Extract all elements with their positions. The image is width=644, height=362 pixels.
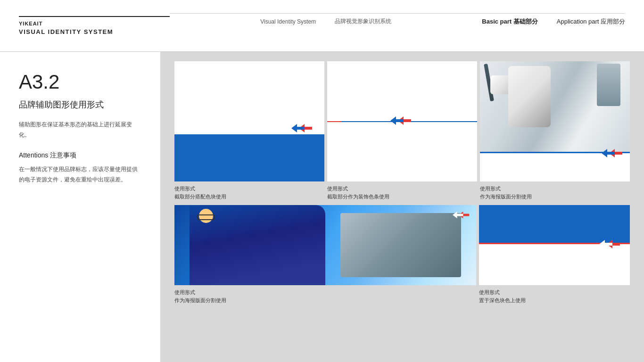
gallery-cell-3 [480, 61, 630, 181]
caption-desc-2: 截取部分作为装饰色条使用 [327, 193, 477, 200]
gallery-row2: 使用形式 作为海报版面分割使用 [174, 205, 630, 306]
brand-mark-1 [291, 122, 315, 134]
gallery-cell-2 [327, 61, 477, 181]
caption-desc-5: 置于深色块色上使用 [479, 297, 630, 304]
caption-5: 使用形式 置于深色块色上使用 [479, 285, 630, 306]
svg-marker-3 [390, 116, 404, 125]
attentions-desc: 在一般情况下使用品牌标志，应该尽量使用提供的电子资源文件，避免在重绘中出现误差。 [19, 165, 141, 185]
gallery-item-1: 使用形式 截取部分搭配色块使用 [174, 61, 324, 202]
caption-2: 使用形式 截取部分作为装饰色条使用 [327, 181, 477, 202]
red-line-2 [327, 121, 341, 122]
logo-line1: YIKEAIT [19, 21, 170, 26]
caption-title-1: 使用形式 [174, 185, 324, 192]
nav-center: Visual Identity System 品牌视觉形象识别系统 [170, 13, 482, 25]
brand-mark-2 [390, 115, 414, 129]
logo-area: YIKEAIT VISUAL IDENTITY SYSTEM [19, 16, 170, 35]
gallery-cell-1 [174, 61, 324, 181]
section-desc: 辅助图形在保证基本形态的基础上进行延展变化。 [19, 120, 141, 140]
gallery-item-5: 使用形式 置于深色块色上使用 [479, 205, 630, 306]
brand-mark-5 [599, 238, 623, 252]
gallery-item-4: 使用形式 作为海报版面分割使用 [174, 205, 476, 306]
brand-mark-3 [602, 147, 625, 161]
caption-title-3: 使用形式 [480, 185, 630, 192]
robot-photo [480, 61, 630, 153]
caption-desc-1: 截取部分搭配色块使用 [174, 193, 324, 200]
item3-bottom [480, 153, 630, 181]
brand-mark-4 [453, 210, 471, 222]
gallery-item-3: 使用形式 作为海报版面分割使用 [480, 61, 630, 202]
item5-top [479, 205, 630, 243]
nav-basic[interactable]: Basic part 基础部分 [482, 17, 537, 26]
section-number: A3.2 [19, 71, 141, 93]
nav-application[interactable]: Application part 应用部分 [557, 17, 625, 26]
caption-title-4: 使用形式 [174, 289, 476, 296]
caption-title-2: 使用形式 [327, 185, 477, 192]
header: YIKEAIT VISUAL IDENTITY SYSTEM Visual Id… [0, 0, 644, 52]
nav-right: Basic part 基础部分 Application part 应用部分 [482, 13, 625, 26]
caption-1: 使用形式 截取部分搭配色块使用 [174, 181, 324, 202]
gallery-row1: 使用形式 截取部分搭配色块使用 [174, 61, 630, 202]
svg-marker-7 [453, 212, 463, 218]
nav-cn: 品牌视觉形象识别系统 [325, 17, 401, 25]
gallery-cell-5 [479, 205, 630, 285]
main: A3.2 品牌辅助图形使用形式 辅助图形在保证基本形态的基础上进行延展变化。 A… [0, 52, 644, 362]
worker-photo [174, 205, 476, 285]
nav-en: Visual Identity System [251, 18, 325, 25]
caption-3: 使用形式 作为海报版面分割使用 [480, 181, 630, 202]
item1-bottom [174, 134, 324, 181]
attentions-title: Attentions 注意事项 [19, 151, 141, 160]
sidebar: A3.2 品牌辅助图形使用形式 辅助图形在保证基本形态的基础上进行延展变化。 A… [0, 52, 160, 362]
section-title: 品牌辅助图形使用形式 [19, 99, 141, 110]
logo-line2: VISUAL IDENTITY SYSTEM [19, 28, 170, 35]
svg-marker-5 [602, 149, 615, 157]
caption-desc-3: 作为海报版面分割使用 [480, 193, 630, 200]
caption-4: 使用形式 作为海报版面分割使用 [174, 285, 476, 306]
content-area: 使用形式 截取部分搭配色块使用 [160, 52, 644, 362]
caption-title-5: 使用形式 [479, 289, 630, 296]
gallery-cell-4 [174, 205, 476, 285]
item5-bottom [479, 243, 630, 285]
svg-marker-1 [291, 124, 305, 132]
caption-desc-4: 作为海报版面分割使用 [174, 297, 476, 304]
svg-marker-9 [599, 240, 612, 248]
gallery-item-2: 使用形式 截取部分作为装饰色条使用 [327, 61, 477, 202]
